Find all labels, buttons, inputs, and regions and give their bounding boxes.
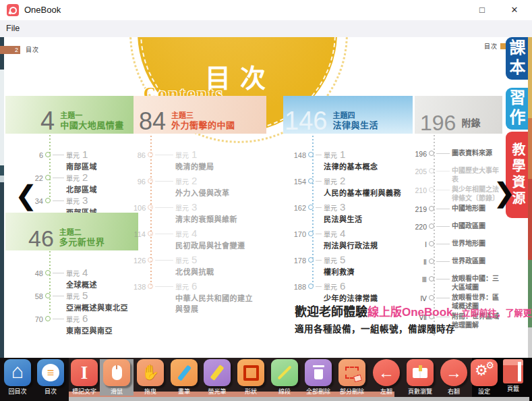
section-theme2: 46 主題二 多元新世界 48 單元4 全球概述 bbox=[5, 213, 138, 336]
entry-title: 世界地形圖 bbox=[452, 238, 502, 248]
toc-entry[interactable]: 220 中國政區圖 bbox=[415, 220, 502, 238]
section-banner: 146 主題四 法律與生活 bbox=[283, 96, 413, 134]
toc-entry[interactable]: 70 單元6 東南亞與南亞 bbox=[5, 313, 138, 336]
toc-entry[interactable]: 154 單元2 人民的基本權利與義務 bbox=[283, 175, 413, 201]
toc-entry[interactable]: 138 單元6 中華人民共和國的建立與發展 bbox=[134, 280, 266, 314]
toc-entry[interactable]: 196 圖表資料來源 bbox=[415, 147, 502, 165]
toc-entry[interactable]: 148 單元1 法律的基本概念 bbox=[283, 149, 413, 175]
toc-entry[interactable]: 86 單元1 晚清的變局 bbox=[134, 149, 266, 175]
section-banner: 4 主題一 中國大地風情畫 bbox=[5, 96, 138, 134]
section-appendix: 196 附錄 196 圖表資料來源 205 中國歷史大事年表 bbox=[415, 96, 502, 329]
toolbar-shape[interactable]: 形狀 bbox=[234, 359, 268, 396]
toolbar-line[interactable]: 線段 bbox=[268, 359, 301, 396]
toc-entry[interactable]: 205 中國歷史大事年表 bbox=[415, 165, 502, 184]
toolbar-delete-all[interactable]: 全部刪除 bbox=[301, 359, 335, 396]
entry-page-number: 138 bbox=[134, 280, 146, 291]
entry-page-number: 220 bbox=[415, 220, 427, 231]
entry-marker-icon bbox=[43, 267, 66, 277]
toc-entry[interactable]: 96 單元2 外力入侵與改革 bbox=[134, 175, 266, 201]
entry-title: 晚清的變局 bbox=[175, 161, 259, 171]
toolbar-pen[interactable]: 畫筆 bbox=[167, 359, 201, 396]
text-cursor-icon bbox=[71, 359, 98, 386]
tab-textbook[interactable]: 課本 bbox=[506, 37, 528, 80]
entry-marker-icon bbox=[427, 292, 452, 302]
toc-entry[interactable]: 48 單元4 全球概述 bbox=[5, 267, 138, 290]
window-title: OneBook bbox=[24, 5, 61, 15]
entry-page-number: 70 bbox=[5, 313, 43, 323]
toolbar-mouse[interactable]: 滑鼠 bbox=[100, 359, 134, 396]
toolbar-mark-text[interactable]: 標記文字 bbox=[67, 359, 101, 396]
toolbar-toc[interactable]: 目次 bbox=[34, 359, 67, 396]
entry-title: 全球概述 bbox=[66, 279, 97, 290]
entry-page-number: 48 bbox=[5, 267, 43, 277]
toolbar-back-to-toc[interactable]: 回目次 bbox=[1, 359, 34, 396]
entry-marker-icon bbox=[146, 201, 175, 212]
section-title: 中國大地風情畫 bbox=[60, 120, 124, 132]
next-page-chevron[interactable]: ❯ bbox=[493, 179, 516, 206]
toolbar-partial-delete[interactable]: 部分刪除 bbox=[335, 359, 369, 396]
section-title: 法律與生活 bbox=[332, 120, 378, 132]
entry-page-number: 86 bbox=[134, 149, 146, 159]
highlighter-icon bbox=[204, 359, 231, 386]
entry-title: 刑法與行政法規 bbox=[324, 240, 378, 250]
toolbar-flip-left[interactable]: 左翻 bbox=[370, 359, 403, 396]
entry-title: 圖表資料來源 bbox=[452, 147, 502, 157]
close-button[interactable]: ✕ bbox=[503, 2, 526, 18]
entry-marker-icon bbox=[43, 194, 66, 205]
promo-banner: 歡迎老師體驗線上版OneBook←立即前往，了解更多 適用各種設備，一組帳號，備… bbox=[295, 302, 532, 335]
entry-marker-icon bbox=[427, 165, 452, 176]
toc-entry[interactable]: Ⅰ 世界地形圖 bbox=[415, 238, 502, 255]
page-slider[interactable] bbox=[69, 397, 529, 401]
entry-page-number: 210 bbox=[415, 184, 427, 194]
toc-entry[interactable]: 162 單元3 民法與生活 bbox=[283, 201, 413, 228]
entry-page-number: Ⅲ bbox=[415, 273, 427, 284]
entry-page-number: 96 bbox=[134, 175, 146, 186]
entry-marker-icon bbox=[43, 171, 66, 182]
toolbar-drag[interactable]: 拖曳 bbox=[134, 359, 167, 396]
hand-icon bbox=[137, 359, 164, 386]
entry-title: 北部區域 bbox=[66, 184, 97, 194]
toc-entry[interactable]: 219 中國地形圖 bbox=[415, 203, 502, 220]
toc-entry[interactable]: Ⅲ 放眼看中國：三大區域圖 bbox=[415, 273, 502, 292]
toc-entry[interactable]: 6 單元1 南部區域 bbox=[5, 149, 138, 171]
entry-marker-icon bbox=[306, 201, 324, 212]
toolbar-flip-right[interactable]: 右翻 bbox=[437, 359, 471, 396]
entry-page-number: 6 bbox=[5, 149, 43, 159]
tab-workbook[interactable]: 習作 bbox=[506, 88, 528, 130]
entry-page-number: 188 bbox=[283, 280, 306, 291]
entry-page-number: Ⅰ bbox=[415, 238, 427, 248]
entry-marker-icon bbox=[427, 203, 452, 213]
entry-title: 外力入侵與改革 bbox=[175, 187, 259, 198]
bookmark-book-icon bbox=[503, 359, 523, 383]
toolbar-highlighter[interactable]: 螢光筆 bbox=[200, 359, 234, 396]
entry-page-number: 205 bbox=[415, 165, 427, 176]
entry-marker-icon bbox=[427, 238, 452, 248]
toc-entry[interactable]: 114 單元4 民初政局與社會變遷 bbox=[134, 228, 266, 254]
menu-file[interactable]: File bbox=[6, 24, 20, 33]
toc-icon bbox=[37, 359, 64, 386]
toc-entry[interactable]: 170 單元4 刑法與行政法規 bbox=[283, 228, 413, 254]
entry-page-number: 219 bbox=[415, 203, 427, 213]
entry-title: 清末的衰頹與維新 bbox=[175, 213, 259, 224]
menu-bar: File bbox=[0, 20, 532, 37]
toolbar-page-browser[interactable]: 頁數瀏覽 bbox=[403, 359, 437, 396]
toc-entry[interactable]: Ⅱ 世界政區圖 bbox=[415, 255, 502, 273]
entry-title: 北伐與抗戰 bbox=[175, 266, 259, 277]
toc-entry[interactable]: 58 單元5 亞洲概述與東北亞 bbox=[5, 290, 138, 313]
page-edge-left bbox=[0, 37, 4, 358]
promo-cta-link[interactable]: ←立即前往，了解更多 bbox=[453, 308, 532, 318]
entry-marker-icon bbox=[146, 228, 175, 238]
entry-title: 南部區域 bbox=[66, 161, 97, 171]
toc-entry[interactable]: 178 單元5 權利救濟 bbox=[283, 254, 413, 280]
toc-entry[interactable]: 210 與少年相關之法律條文〔節錄〕 bbox=[415, 184, 502, 203]
toc-entry[interactable]: 106 單元3 清末的衰頹與維新 bbox=[134, 201, 266, 228]
entry-page-number: 162 bbox=[283, 201, 306, 212]
prev-page-chevron[interactable]: ❮ bbox=[15, 182, 38, 209]
section-page-number: 196 bbox=[420, 114, 456, 132]
toolbar-bookmark[interactable]: 頁籤 bbox=[496, 359, 530, 396]
line-icon bbox=[271, 359, 298, 386]
toc-entry[interactable]: 126 單元5 北伐與抗戰 bbox=[134, 254, 266, 280]
entry-page-number: 196 bbox=[415, 147, 427, 158]
maximize-button[interactable]: □ bbox=[471, 2, 494, 18]
online-onebook-link[interactable]: 線上版OneBook bbox=[367, 306, 453, 319]
